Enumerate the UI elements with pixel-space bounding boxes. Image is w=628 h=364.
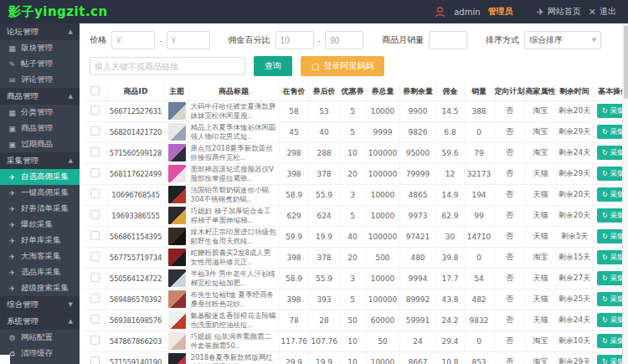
keyword-input[interactable]	[90, 57, 245, 75]
sidebar-item-评论管理[interactable]: ✉评论管理	[0, 72, 80, 88]
refresh-icon: ↻	[602, 316, 608, 324]
price-cell: 629	[279, 205, 309, 226]
sidebar-item-好券清单采集[interactable]: ✈好券清单采集	[0, 201, 80, 217]
shop-type-cell: 天猫	[525, 268, 556, 289]
sidebar-group-系统管理[interactable]: 系统管理▲	[0, 313, 80, 330]
sidebar-item-分类管理[interactable]: ▦分类管理	[0, 105, 80, 120]
product-thumb-cell	[165, 247, 188, 268]
coupon-cell: 10	[339, 142, 366, 163]
home-link[interactable]: ✈ 网站首页	[537, 6, 581, 18]
sidebar-item-帖子管理[interactable]: ✎帖子管理	[0, 56, 80, 72]
row-checkbox[interactable]	[90, 210, 100, 219]
price-label: 价格	[90, 34, 106, 46]
row-checkbox[interactable]	[90, 273, 100, 282]
sidebar-item-大淘客采集[interactable]: ✈大淘客采集	[0, 249, 80, 264]
time-left-cell: 剩余20天	[556, 184, 593, 205]
product-thumb-cell	[165, 142, 188, 163]
row-checkbox[interactable]	[90, 315, 100, 324]
coupon-total-cell: 10000	[366, 184, 399, 205]
sidebar-item-一键高佣采集[interactable]: ✈一键高佣采集	[0, 185, 80, 201]
row-checkbox[interactable]	[90, 252, 100, 261]
time-left-cell: 剩余5天	[556, 226, 593, 247]
product-image	[168, 311, 186, 329]
sidebar-group-综合管理[interactable]: 综合管理▼	[0, 296, 80, 313]
sidebar-item-label: 过期商品	[21, 139, 53, 150]
sidebar-item-过期商品[interactable]: ▣过期商品	[0, 136, 80, 152]
collect-button[interactable]: ↻采集	[597, 167, 623, 181]
operation-cell: ↻采集	[593, 331, 623, 351]
commission-min-input[interactable]	[275, 31, 314, 49]
collect-button[interactable]: ↻采集	[597, 334, 623, 348]
sidebar-item-好单库采集[interactable]: ✈好单库采集	[0, 233, 80, 249]
sidebar-item-版块管理[interactable]: ▦版块管理	[0, 40, 80, 56]
product-thumb-cell	[165, 289, 188, 310]
alimama-login-button[interactable]: ▢ 登录阿里妈妈	[301, 56, 384, 76]
refresh-icon: ↻	[602, 233, 608, 240]
after-coupon-price-cell: 40	[309, 121, 339, 142]
collect-button[interactable]: ↻采集	[597, 292, 623, 306]
collect-button[interactable]: ↻采集	[597, 125, 623, 139]
sales-cell: 0	[464, 121, 494, 142]
row-checkbox[interactable]	[90, 147, 100, 156]
row-checkbox[interactable]	[90, 105, 100, 115]
sidebar-item-网站配置[interactable]: ⚙网站配置	[0, 330, 80, 346]
sidebar-item-自选高佣采集[interactable]: ✈自选高佣采集	[0, 169, 80, 185]
collect-button[interactable]: ↻采集	[597, 355, 623, 364]
row-checkbox[interactable]	[90, 168, 100, 177]
collect-button[interactable]: ↻采集	[597, 313, 623, 327]
select-all-checkbox[interactable]	[90, 86, 100, 95]
sidebar-item-商品管理[interactable]: ▣商品管理	[0, 120, 80, 136]
refresh-icon: ↻	[602, 212, 608, 219]
sidebar-item-爆款采集[interactable]: ✈爆款采集	[0, 217, 80, 233]
collect-button[interactable]: ↻采集	[597, 271, 623, 285]
commission-cell: 24.2	[436, 310, 464, 331]
price-min-input[interactable]	[111, 31, 155, 49]
collect-button[interactable]: ↻采集	[597, 229, 623, 244]
sales-cell: 32173	[464, 163, 494, 184]
collect-button[interactable]: ↻采集	[597, 146, 623, 160]
query-button[interactable]: 查询	[254, 56, 292, 76]
product-title-cell: 面部神器滚轮式瘦脸器仪V脸部按摩提拉紧致..	[188, 163, 279, 184]
after-coupon-price-cell: 624	[309, 205, 339, 226]
time-left-cell: 剩余25天	[556, 289, 593, 310]
monthly-sales-input[interactable]	[429, 31, 467, 49]
table-row: 10696768545法国铂帝斯奶锅迷你小锅304不锈钢煮奶锅..58.955.…	[85, 184, 623, 205]
sales-cell: 14710	[464, 226, 494, 247]
collect-button[interactable]: ↻采集	[597, 250, 623, 264]
sidebar-item-清理缓存[interactable]: ♻清理缓存	[0, 346, 80, 361]
sidebar-item-选品库采集[interactable]: ✈选品库采集	[0, 264, 80, 280]
monthly-sales-label: 商品月销量	[382, 34, 424, 46]
sidebar-group-商品管理[interactable]: 商品管理▲	[0, 88, 80, 105]
coupon-cell: 40	[339, 226, 366, 247]
sort-label: 排序方式	[486, 34, 519, 46]
column-header-券总量: 券总量	[366, 83, 399, 100]
scrollbar-thumb[interactable]	[624, 25, 628, 99]
price-cell: 58.9	[279, 268, 309, 289]
refresh-icon: ↻	[602, 295, 608, 303]
row-checkbox[interactable]	[90, 231, 100, 240]
column-header-券后价: 券后价	[309, 83, 339, 100]
row-checkbox[interactable]	[90, 336, 100, 345]
sidebar-item-超级搜索采集[interactable]: ✈超级搜索采集	[0, 280, 80, 296]
admin-app: 影子yingzit.cn admin 管理员 ✈ 网站首页 ✕ 退出 论坛管理▲…	[0, 0, 628, 364]
shop-type-cell: 淘宝	[525, 142, 556, 163]
row-checkbox[interactable]	[90, 294, 100, 303]
commission-max-input[interactable]	[325, 31, 363, 49]
vertical-scrollbar[interactable]	[622, 23, 628, 364]
row-checkbox[interactable]	[90, 126, 100, 136]
sidebar-group-采集管理[interactable]: 采集管理▲	[0, 152, 80, 169]
logout-link[interactable]: ✕ 退出	[589, 6, 616, 18]
price-max-input[interactable]	[167, 31, 210, 49]
row-checkbox[interactable]	[90, 356, 100, 364]
sort-select[interactable]: 综合排序 ▼	[524, 31, 601, 49]
coupon-total-cell: 10000	[366, 351, 399, 364]
row-checkbox[interactable]	[90, 189, 100, 198]
collect-button[interactable]: ↻采集	[597, 104, 623, 118]
collect-button[interactable]: ↻采集	[597, 187, 623, 202]
collect-button[interactable]: ↻采集	[597, 208, 623, 223]
operation-cell: ↻采集	[593, 247, 623, 268]
price-cell: 78	[279, 310, 309, 331]
after-coupon-price-cell: 288	[309, 142, 339, 163]
sidebar-group-论坛管理[interactable]: 论坛管理▲	[0, 23, 80, 40]
chevron-up-icon: ▲	[69, 93, 73, 100]
